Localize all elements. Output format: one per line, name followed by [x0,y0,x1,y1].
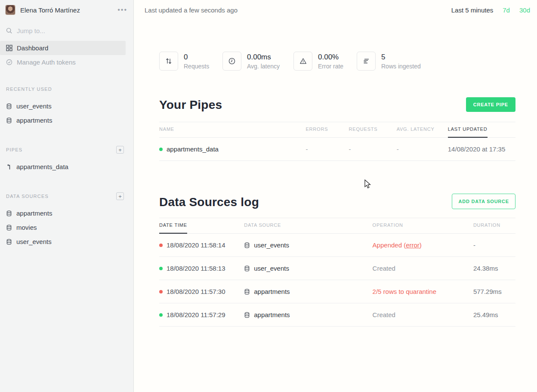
clock-icon [222,52,241,71]
col-avg-latency[interactable]: AVG. LATENCY [397,122,448,138]
arrows-up-down-icon [159,52,178,71]
pipes-table-header: NAME ERRORS REQUESTS AVG. LATENCY LAST U… [159,122,515,138]
database-icon [6,239,12,245]
pipes-title: Your Pipes [159,98,222,112]
more-options-icon[interactable]: ••• [117,8,127,12]
log-row[interactable]: 18/08/2020 11:57:29 appartments Created … [159,303,515,327]
stat-label: Avg. latency [247,63,280,70]
add-pipe-button[interactable]: + [116,146,124,154]
col-errors[interactable]: ERRORS [306,122,349,138]
sidebar-item-appartments[interactable]: appartments [0,113,133,127]
status-dot-green [159,267,163,270]
stat-avg-latency: 0.00ms Avg. latency [222,52,293,71]
error-link[interactable]: error [406,241,420,249]
sidebar-item-label: user_events [16,102,52,110]
log-duration: 25.49ms [473,303,515,327]
database-icon [244,289,250,295]
pipe-requests: - [349,138,397,161]
database-icon [244,265,250,272]
log-duration: 577.29ms [473,280,515,303]
col-name[interactable]: NAME [159,122,306,138]
stat-label: Rows ingested [381,63,421,70]
col-date-time[interactable]: DATE TIME [159,218,244,234]
add-data-source-button-sidebar[interactable]: + [116,192,124,200]
status-dot-red [159,290,163,293]
pipes-section-header: Your Pipes CREATE PIPE [159,97,515,112]
sidebar-item-movies[interactable]: movies [0,220,133,235]
col-operation[interactable]: OPERATION [373,218,473,234]
user-name: Elena Torró Martínez [20,6,117,14]
sidebar-item-auth-tokens[interactable]: Manage Auth tokens [0,55,133,69]
stat-value: 0.00% [318,53,343,62]
log-datetime: 18/08/2020 11:57:29 [167,311,225,318]
log-data-source[interactable]: user_events [254,241,289,249]
pipe-icon [6,164,12,170]
datasources-table-header: DATE TIME DATA SOURCE OPERATION DURATION [159,218,515,234]
time-range-selector: Last 5 minutes 7d 30d [451,6,530,14]
status-dot-red [159,244,163,247]
stat-label: Error rate [318,63,343,70]
jump-to-search[interactable] [0,25,133,36]
database-icon [244,242,250,248]
sidebar-item-user-events-ds[interactable]: user_events [0,235,133,249]
log-row[interactable]: 18/08/2020 11:58:14 user_events Appended… [159,234,515,257]
range-30d[interactable]: 30d [519,6,530,14]
log-data-source[interactable]: user_events [254,265,289,272]
create-pipe-button[interactable]: CREATE PIPE [466,97,515,112]
main-content: Last updated a few seconds ago Last 5 mi… [134,0,537,392]
log-row[interactable]: 18/08/2020 11:58:13 user_events Created … [159,257,515,280]
sidebar-item-label: user_events [16,238,52,245]
sidebar-item-label: movies [16,224,37,231]
sidebar-item-label: Dashboard [17,44,48,52]
database-icon [6,210,12,216]
search-input[interactable] [17,27,120,34]
log-operation: Created [373,257,473,280]
datasources-title: Data Sources log [159,195,259,209]
stat-error-rate: 0.00% Error rate [293,52,357,71]
sidebar-item-appartments-data[interactable]: appartments_data [0,160,133,174]
range-7d[interactable]: 7d [503,6,510,14]
pipe-errors: - [306,138,349,161]
log-data-source[interactable]: appartments [254,288,290,295]
sidebar-item-label: appartments [16,117,52,124]
stats-row: 0 Requests 0.00ms Avg. latency [159,52,515,71]
datasources-log-table: DATE TIME DATA SOURCE OPERATION DURATION… [159,218,515,327]
app-window: Elena Torró Martínez ••• Dashboard Manag… [0,0,537,392]
col-requests[interactable]: REQUESTS [349,122,397,138]
search-icon [6,28,12,34]
sidebar-item-label: appartments_data [16,163,68,170]
sidebar-item-label: appartments [16,210,52,217]
pipe-avg-latency: - [397,138,448,161]
log-data-source[interactable]: appartments [254,311,290,318]
pipe-row[interactable]: appartments_data - - - 14/08/2020 at 17:… [159,138,515,161]
log-datetime: 18/08/2020 11:57:30 [167,288,225,295]
section-data-sources: DATA SOURCES + [0,192,133,201]
col-last-updated[interactable]: LAST UPDATED [448,122,515,138]
pipes-table: NAME ERRORS REQUESTS AVG. LATENCY LAST U… [159,122,515,161]
col-data-source[interactable]: DATA SOURCE [244,218,372,234]
database-icon [6,225,12,231]
log-duration: 24.38ms [473,257,515,280]
log-operation: Appended (error) [373,234,473,257]
sidebar-item-user-events[interactable]: user_events [0,99,133,113]
database-icon [6,103,12,109]
auth-badge-icon [6,59,12,65]
stat-rows-ingested: 5 Rows ingested [357,52,421,71]
log-row[interactable]: 18/08/2020 11:57:30 appartments 2/5 rows… [159,280,515,303]
rows-icon [357,52,376,71]
datasources-section-header: Data Sources log ADD DATA SOURCE [159,194,515,209]
range-last-5-minutes[interactable]: Last 5 minutes [451,6,494,14]
status-dot-green [159,148,163,151]
workspace-user[interactable]: Elena Torró Martínez ••• [0,3,133,16]
col-duration[interactable]: DURATION [473,218,515,234]
sidebar-item-appartments-ds[interactable]: appartments [0,206,133,220]
stat-label: Requests [184,63,209,70]
sidebar-item-label: Manage Auth tokens [17,59,76,66]
database-icon [244,312,250,318]
status-dot-green [159,313,163,317]
database-icon [6,117,12,123]
sidebar-item-dashboard[interactable]: Dashboard [0,41,126,55]
log-operation: 2/5 rows to quarantine [373,280,473,303]
pipe-name[interactable]: appartments_data [167,145,219,153]
add-data-source-button[interactable]: ADD DATA SOURCE [452,194,515,209]
